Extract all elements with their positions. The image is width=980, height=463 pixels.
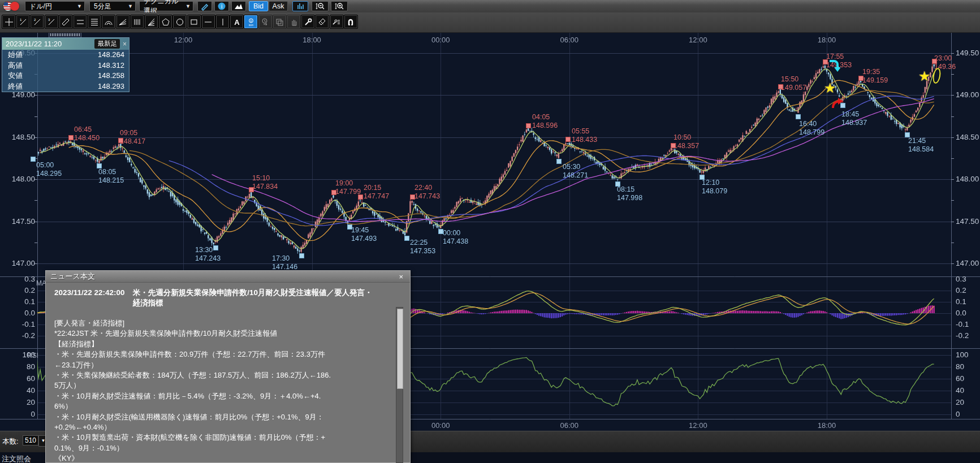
ohlc-datetime: 2023/11/22 11:20 [6, 40, 94, 48]
star-icon[interactable]: ★ [824, 82, 836, 94]
fan-lines-icon [118, 18, 127, 27]
price-axis-label: 149.00 [956, 91, 979, 98]
close-icon[interactable]: × [396, 272, 405, 281]
svg-text:1: 1 [20, 18, 22, 21]
news-headline-date: 2023/11/22 22:42:00 [54, 288, 125, 308]
pair-select-value: ドル/円 [29, 2, 52, 11]
swing-annotation: 12:10148.079 [702, 179, 727, 196]
wrench-button[interactable] [301, 15, 315, 29]
ruler-button[interactable] [59, 15, 73, 29]
trendline2-button[interactable]: 2 [30, 15, 44, 29]
swing-annotation: 00:00147.438 [443, 229, 468, 246]
speed-lines-button[interactable] [144, 15, 158, 29]
swing-marker [249, 187, 254, 192]
bar-chart-icon [296, 2, 305, 11]
text-tool-button[interactable]: A [230, 15, 244, 29]
trendline1-button[interactable]: 1 [16, 15, 30, 29]
vertical-line-button[interactable] [215, 15, 230, 29]
price-axis-label: 147.00 [956, 259, 979, 267]
draw-pencil-button[interactable] [197, 1, 212, 11]
swing-marker [118, 138, 123, 143]
news-scrollbar[interactable] [396, 307, 403, 463]
macd-axis-label: 0.1 [6, 298, 35, 305]
bid-button-label: Bid [253, 2, 264, 10]
swing-marker [858, 76, 864, 81]
info-icon: i [217, 2, 226, 11]
time-axis-label: 12:00 [689, 36, 707, 44]
swing-marker [299, 253, 304, 258]
swing-annotation: 19:35149.159 [862, 68, 888, 85]
ohlc-high-row: 高値 148.312 [2, 60, 129, 71]
vertical-lines-button[interactable] [130, 15, 144, 29]
arrow-curve-down-icon[interactable] [828, 59, 840, 75]
news-body-line: 【経済指標】 [54, 339, 396, 349]
speed-lines-icon [147, 18, 156, 27]
rsi-axis-label: 60 [6, 375, 35, 382]
ohlc-info-box: 2023/11/22 11:20 最新足 × 始値 148.264 高値 148… [2, 37, 129, 92]
jp-flag-icon [10, 2, 19, 11]
rsi-axis-label: 80 [956, 363, 964, 370]
close-icon[interactable]: × [123, 40, 127, 48]
horizontal-line-button[interactable] [201, 15, 215, 29]
arrow-curve-up-icon[interactable] [831, 96, 844, 112]
fibo-arc-button[interactable] [101, 15, 115, 29]
swing-marker [526, 123, 531, 128]
magnet-icon [346, 18, 355, 27]
zoom-in-button[interactable] [331, 1, 348, 11]
rsi-axis-label: 0 [956, 410, 960, 418]
time-axis-label: 06:00 [560, 421, 579, 430]
pair-select[interactable]: ドル/円 ▼ [25, 1, 85, 11]
ruler-icon [61, 18, 70, 27]
swing-marker [347, 224, 352, 230]
hand-icon [290, 18, 299, 27]
time-axis-label: 18:00 [818, 421, 836, 430]
order-inquiry-tab[interactable]: 注文照会 [2, 454, 31, 463]
swing-annotation: 22:25147.353 [410, 239, 435, 256]
swing-marker [778, 84, 783, 89]
swing-marker [556, 159, 562, 164]
trendline3-button[interactable]: 3 [45, 15, 59, 29]
swing-annotation: 22:40147.743 [415, 184, 440, 201]
swing-marker [905, 132, 910, 137]
ask-button[interactable]: Ask [269, 1, 288, 11]
fan-lines-button[interactable] [116, 15, 130, 29]
news-scrollbar-thumb[interactable] [397, 309, 403, 389]
multi-lines-icon [90, 18, 99, 27]
parallel-lines-button[interactable] [73, 15, 87, 29]
zoom-out-button[interactable] [312, 1, 329, 11]
area-chart-button[interactable] [231, 1, 246, 11]
settings-list-button[interactable] [330, 15, 344, 29]
news-body: [要人発言・経済指標]*22:42JST 米・先週分新規失業保険申請件数/10月… [46, 310, 410, 463]
duplicate-icon [275, 18, 284, 27]
icon-stamp-icon: icon [247, 18, 256, 27]
multi-lines-button[interactable] [87, 15, 101, 29]
magnet-button[interactable] [344, 15, 358, 29]
macd-axis-label: 0.0 [956, 309, 966, 317]
star-icon[interactable]: ★ [918, 70, 931, 83]
swing-annotation: 05:30148.271 [563, 163, 588, 180]
bid-button[interactable]: Bid [249, 1, 268, 11]
news-body-line: [要人発言・経済指標] [54, 318, 396, 328]
news-titlebar[interactable]: ニュース本文 × [46, 271, 410, 283]
icon-stamp-button[interactable]: icon [244, 15, 258, 29]
technical-select-button[interactable]: テクニカル選択 ▼ [139, 1, 193, 11]
macd-axis-label: 0.2 [956, 287, 966, 294]
ellipse-button[interactable] [172, 15, 187, 29]
swing-marker [438, 229, 443, 234]
news-body-line: +0.2%←+0.4%） [54, 422, 396, 432]
pentagon-button[interactable] [158, 15, 172, 29]
time-axis-label: 06:00 [560, 36, 579, 44]
news-body-line: *22:42JST 米・先週分新規失業保険申請件数/10月耐久財受注速報値 [54, 328, 396, 339]
chart-style-button[interactable] [292, 1, 308, 11]
swing-annotation: 06:45148.450 [74, 126, 100, 142]
eraser-button[interactable] [315, 15, 329, 29]
ask-button-label: Ask [273, 2, 284, 10]
swing-marker [796, 114, 801, 119]
rsi-axis-label: 20 [956, 399, 964, 406]
crosshair-button[interactable] [2, 15, 16, 29]
pencil-icon [200, 2, 209, 11]
info-button[interactable]: i [214, 1, 229, 11]
bar-count-input[interactable]: 510 [23, 435, 38, 445]
timeframe-select[interactable]: 5分足 ▼ [89, 1, 136, 11]
rectangle-button[interactable] [187, 15, 201, 29]
